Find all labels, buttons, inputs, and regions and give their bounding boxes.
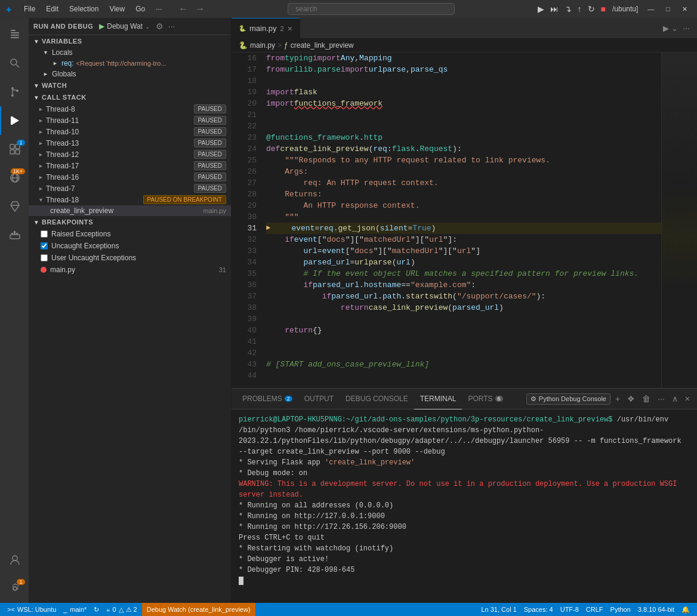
call-stack-header[interactable]: ▼ CALL STACK <box>29 91 231 103</box>
spaces-label: Spaces: 4 <box>524 606 553 613</box>
thread-8[interactable]: ►Thread-8 PAUSED <box>29 103 231 115</box>
run-icon[interactable]: ▶ <box>663 24 669 33</box>
req-variable[interactable]: ► req: <Request 'http://charming-tro... <box>29 58 231 69</box>
status-branch[interactable]: ⎯ main* <box>61 603 89 616</box>
line-21 <box>266 109 661 121</box>
thread-16[interactable]: ►Thread-16 PAUSED <box>29 171 231 183</box>
breakpoints-header[interactable]: ▼ BREAKPOINTS <box>29 216 231 228</box>
locals-item[interactable]: ▼ Locals <box>29 47 231 58</box>
menu-selection[interactable]: Selection <box>64 4 103 14</box>
titlebar: ✦ File Edit Selection View Go ··· ← → ▶ … <box>0 0 697 18</box>
debug-session-label: Debug Watch (create_link_preview) <box>147 606 251 613</box>
win-minimize[interactable]: — <box>643 4 659 14</box>
watch-header[interactable]: ▼ WATCH <box>29 79 231 91</box>
debug-settings-btn[interactable]: ⚙ <box>155 20 165 32</box>
debug-more-btn[interactable]: ··· <box>167 20 177 32</box>
debug-continue[interactable]: ▶ <box>536 3 546 15</box>
activity-remote[interactable]: 1K+ <box>0 164 29 192</box>
status-encoding[interactable]: UTF-8 <box>558 606 581 614</box>
status-errors[interactable]: ⨲ 0 △ ⚠ 2 <box>104 603 139 616</box>
panel-maximize-btn[interactable]: ∧ <box>670 393 680 405</box>
menu-edit[interactable]: Edit <box>41 4 63 14</box>
status-arch[interactable]: 3.8.10 64-bit <box>636 606 677 614</box>
debug-step-out[interactable]: ↑ <box>576 3 584 15</box>
locals-chevron: ▼ <box>43 50 48 56</box>
thread-13[interactable]: ►Thread-13 PAUSED <box>29 137 231 149</box>
thread-17[interactable]: ►Thread-17 PAUSED <box>29 160 231 171</box>
split-terminal-btn[interactable]: ❖ <box>625 393 637 405</box>
kill-terminal-btn[interactable]: 🗑 <box>640 393 653 405</box>
thread-18[interactable]: ▼Thread-18 PAUSED ON BREAKPOINT <box>29 194 231 205</box>
play-icon: ▶ <box>99 22 104 30</box>
run-debug-icon <box>8 114 21 127</box>
uncaught-exceptions-checkbox[interactable] <box>41 242 48 250</box>
status-line-col[interactable]: Ln 31, Col 1 <box>479 606 519 614</box>
debug-run-button[interactable]: ▶ Debug Wat ⌄ <box>97 21 152 32</box>
stack-frame[interactable]: create_link_preview main.py <box>29 205 231 216</box>
tab-ports[interactable]: PORTS 6 <box>462 389 508 409</box>
breakpoint-file-item[interactable]: main.py 31 <box>29 264 231 276</box>
tab-output[interactable]: OUTPUT <box>298 389 340 409</box>
activity-docker[interactable] <box>0 221 29 250</box>
thread-10-name: Thread-10 <box>46 128 79 136</box>
breadcrumb-filename: main.py <box>250 41 275 50</box>
gear-icon: ⚙ <box>531 395 536 403</box>
search-input[interactable] <box>288 3 455 15</box>
status-sync[interactable]: ↻ <box>91 603 101 616</box>
activity-explorer[interactable] <box>0 20 29 49</box>
tab-debug-console[interactable]: DEBUG CONSOLE <box>340 389 414 409</box>
status-wsl[interactable]: >< WSL: Ubuntu <box>5 603 58 616</box>
win-maximize[interactable]: □ <box>661 4 675 14</box>
win-close[interactable]: ✕ <box>677 4 692 14</box>
globals-item[interactable]: ► Globals <box>29 69 231 79</box>
raised-exceptions-checkbox[interactable] <box>41 230 48 238</box>
new-terminal-btn[interactable]: + <box>613 393 622 405</box>
thread-12[interactable]: ►Thread-12 PAUSED <box>29 149 231 160</box>
main-area: 1 1K+ 1 RUN AND DEBUG ▶ Debug Wat <box>0 18 697 603</box>
user-uncaught-exceptions-checkbox[interactable] <box>41 254 48 261</box>
nav-back[interactable]: ← <box>176 2 190 16</box>
tab-problems[interactable]: PROBLEMS 2 <box>236 389 298 409</box>
breadcrumb-function[interactable]: ƒ create_link_preview <box>284 41 354 50</box>
activity-extensions[interactable]: 1 <box>0 135 29 164</box>
status-language[interactable]: Python <box>608 606 633 614</box>
breadcrumb: 🐍 main.py > ƒ create_link_preview <box>232 39 697 53</box>
thread-10[interactable]: ►Thread-10 PAUSED <box>29 126 231 137</box>
status-debug-session[interactable]: Debug Watch (create_link_preview) <box>142 603 255 616</box>
debug-step-over[interactable]: ⏭ <box>548 3 560 15</box>
tab-main-py[interactable]: 🐍 main.py 2 × <box>232 18 300 39</box>
debug-step-into[interactable]: ↴ <box>563 3 573 15</box>
menu-more[interactable]: ··· <box>151 4 166 14</box>
menu-view[interactable]: View <box>104 4 129 14</box>
language-label: Python <box>610 606 631 613</box>
thread-11[interactable]: ►Thread-11 PAUSED <box>29 115 231 126</box>
tab-more-btn[interactable]: ··· <box>680 22 692 34</box>
activity-settings[interactable]: 1 <box>0 574 29 603</box>
activity-accounts[interactable] <box>0 546 29 574</box>
debug-stop[interactable]: ■ <box>599 3 607 15</box>
activity-source-control[interactable] <box>0 78 29 106</box>
variables-header[interactable]: ▼ VARIABLES <box>29 35 231 47</box>
sync-icon: ↻ <box>94 606 99 614</box>
nav-forward[interactable]: → <box>193 2 207 16</box>
activity-run-debug[interactable] <box>0 106 29 135</box>
status-line-ending[interactable]: CRLF <box>584 606 606 614</box>
panel-more-btn[interactable]: ··· <box>655 393 667 405</box>
status-spaces[interactable]: Spaces: 4 <box>522 606 556 614</box>
panel-close-btn[interactable]: × <box>683 393 692 405</box>
problems-badge: 2 <box>285 396 292 402</box>
activity-search[interactable] <box>0 49 29 78</box>
line-23: @functions_framework.http <box>266 132 661 143</box>
menu-go[interactable]: Go <box>131 4 150 14</box>
status-notifications[interactable]: 🔔 <box>679 606 692 614</box>
run-dropdown[interactable]: ⌄ <box>671 24 678 33</box>
thread-7[interactable]: ►Thread-7 PAUSED <box>29 183 231 194</box>
tab-close-btn[interactable]: × <box>288 24 292 33</box>
activity-testing[interactable] <box>0 192 29 221</box>
tab-terminal[interactable]: TERMINAL <box>414 389 462 409</box>
python-debug-console-btn[interactable]: ⚙ Python Debug Console <box>526 393 610 405</box>
breadcrumb-file[interactable]: 🐍 main.py <box>239 41 275 50</box>
terminal-line-running-all: * Running on all addresses (0.0.0.0) <box>239 500 690 511</box>
debug-restart[interactable]: ↻ <box>586 3 597 15</box>
menu-file[interactable]: File <box>19 4 40 14</box>
